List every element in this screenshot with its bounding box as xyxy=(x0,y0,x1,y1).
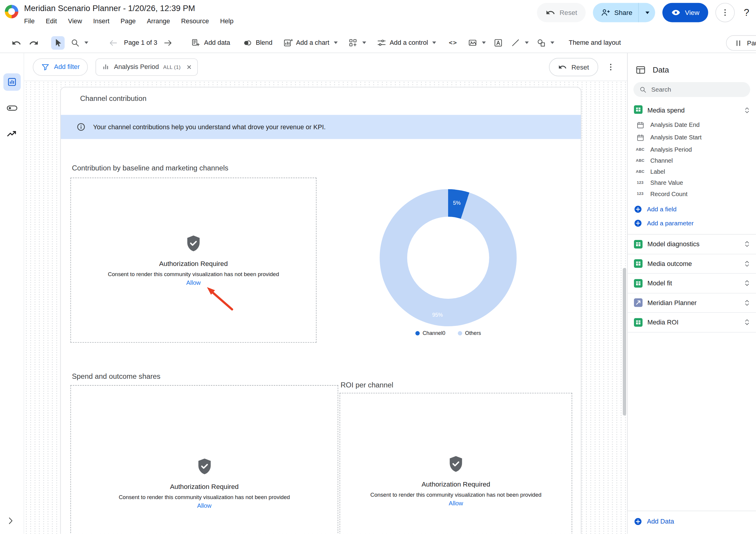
expand-icon[interactable] xyxy=(744,299,750,307)
text-tool-icon xyxy=(494,38,503,47)
share-button[interactable]: Share xyxy=(593,3,638,22)
expand-icon[interactable] xyxy=(744,240,750,248)
chevron-down-icon xyxy=(525,42,529,44)
field-label: Analysis Date Start xyxy=(650,134,702,141)
filter-reset-button[interactable]: Reset xyxy=(549,58,598,76)
add-data-button-bottom[interactable]: Add Data xyxy=(628,511,756,534)
shape-tool-button[interactable] xyxy=(532,33,558,53)
add-control-button[interactable]: Add a control xyxy=(373,33,440,53)
sheet-icon xyxy=(634,279,643,288)
community-viz-auth-box-2: Authorization Required Consent to render… xyxy=(70,385,338,534)
zoom-tool-button[interactable] xyxy=(67,33,92,53)
field-label[interactable]: ABCLabel xyxy=(628,166,756,177)
undo-button[interactable] xyxy=(8,33,25,53)
rail-expand-button[interactable] xyxy=(6,517,15,525)
next-page-button[interactable] xyxy=(159,33,176,53)
reset-button[interactable]: Reset xyxy=(537,3,586,22)
analysis-period-filter-chip[interactable]: Analysis Period ALL (1) xyxy=(96,58,198,75)
arrow-right-icon xyxy=(163,38,173,47)
rail-report-tab[interactable] xyxy=(3,73,21,91)
menu-insert[interactable]: Insert xyxy=(93,17,110,24)
title-block: Meridian Scenario Planner - 1/20/26, 12:… xyxy=(24,0,233,24)
field-analysis-period[interactable]: ABCAnalysis Period xyxy=(628,144,756,155)
auth-required-title: Authorization Required xyxy=(159,259,228,267)
help-icon[interactable]: ? xyxy=(742,7,751,18)
sheet-icon xyxy=(634,240,643,248)
add-data-button[interactable]: Add data xyxy=(187,33,234,53)
rail-controls-tab[interactable] xyxy=(6,102,17,114)
add-filter-button[interactable]: Add filter xyxy=(33,58,88,75)
theme-layout-button[interactable]: Theme and layout xyxy=(569,39,621,46)
source-model-diagnostics[interactable]: Model diagnostics xyxy=(628,235,756,254)
menu-resource[interactable]: Resource xyxy=(181,17,209,24)
line-tool-button[interactable] xyxy=(507,33,532,53)
sheet-icon xyxy=(634,105,643,116)
add-circle-icon xyxy=(634,517,642,525)
field-analysis-date-end[interactable]: Analysis Date End xyxy=(628,119,756,131)
image-icon xyxy=(468,38,477,47)
text-tool-button[interactable] xyxy=(490,33,507,53)
view-button[interactable]: View xyxy=(662,3,708,22)
primary-source-row[interactable]: Media spend xyxy=(628,102,756,119)
pause-updates-button[interactable]: Pause u xyxy=(726,35,756,51)
report-canvas[interactable]: Channel contribution Your channel contri… xyxy=(24,81,627,534)
field-label: Analysis Date End xyxy=(650,122,700,128)
expand-icon[interactable] xyxy=(744,279,750,287)
close-icon[interactable] xyxy=(186,64,193,70)
add-parameter-label: Add a parameter xyxy=(647,220,694,227)
add-filter-label: Add filter xyxy=(54,63,80,70)
source-media-outcome[interactable]: Media outcome xyxy=(628,254,756,273)
collapse-icon[interactable] xyxy=(744,106,750,114)
auth-required-message: Consent to render this community visuali… xyxy=(119,494,290,500)
community-visualizations-button[interactable] xyxy=(344,33,370,53)
menu-view[interactable]: View xyxy=(68,17,82,24)
rail-insights-tab[interactable] xyxy=(6,128,17,140)
blend-button[interactable]: Blend xyxy=(239,33,276,53)
allow-link[interactable]: Allow xyxy=(186,279,201,286)
kebab-menu-icon[interactable] xyxy=(606,62,615,71)
image-tool-button[interactable] xyxy=(464,33,490,53)
menu-edit[interactable]: Edit xyxy=(46,17,57,24)
source-media-roi[interactable]: Media ROI xyxy=(628,313,756,332)
allow-link[interactable]: Allow xyxy=(449,500,463,507)
shield-check-icon xyxy=(185,234,202,253)
redo-button[interactable] xyxy=(25,33,42,53)
add-parameter-button[interactable]: Add a parameter xyxy=(628,216,756,230)
sheet-icon xyxy=(634,318,643,326)
report-chart-icon xyxy=(7,77,16,87)
info-banner-text: Your channel contributions help you unde… xyxy=(93,123,326,130)
document-title[interactable]: Meridian Scenario Planner - 1/20/26, 12:… xyxy=(24,0,233,14)
allow-link[interactable]: Allow xyxy=(197,502,211,509)
page-indicator[interactable]: Page 1 of 3 xyxy=(122,39,159,46)
field-channel[interactable]: ABCChannel xyxy=(628,155,756,166)
add-field-button[interactable]: Add a field xyxy=(628,202,756,216)
search-input[interactable] xyxy=(651,86,744,93)
share-dropdown-button[interactable] xyxy=(638,3,655,22)
redo-icon xyxy=(29,38,39,47)
embed-button[interactable]: <> xyxy=(445,33,461,53)
looker-studio-logo xyxy=(5,5,18,18)
canvas-scrollbar[interactable] xyxy=(623,268,626,415)
field-share-value[interactable]: 123Share Value xyxy=(628,177,756,188)
menu-help[interactable]: Help xyxy=(220,17,233,24)
more-options-button[interactable] xyxy=(716,3,735,22)
view-label: View xyxy=(685,9,700,16)
add-data-label: Add Data xyxy=(647,518,674,525)
undo-icon xyxy=(546,8,555,17)
grid-add-icon xyxy=(348,38,358,47)
add-chart-button[interactable]: Add a chart xyxy=(279,33,341,53)
field-analysis-date-start[interactable]: Analysis Date Start xyxy=(628,131,756,144)
menu-file[interactable]: File xyxy=(24,17,35,24)
source-meridian-planner[interactable]: Meridian Planner xyxy=(628,293,756,313)
menu-page[interactable]: Page xyxy=(121,17,136,24)
field-record-count[interactable]: 123Record Count xyxy=(628,188,756,199)
expand-icon[interactable] xyxy=(744,318,750,326)
number-type-icon: 123 xyxy=(635,181,646,185)
previous-page-button[interactable] xyxy=(105,33,122,53)
auth-required-message: Consent to render this community visuali… xyxy=(370,492,542,497)
menu-arrange[interactable]: Arrange xyxy=(147,17,170,24)
donut-chart[interactable]: 5% 95% xyxy=(380,189,517,326)
expand-icon[interactable] xyxy=(744,260,750,268)
source-model-fit[interactable]: Model fit xyxy=(628,274,756,293)
select-tool-button[interactable] xyxy=(51,36,65,49)
